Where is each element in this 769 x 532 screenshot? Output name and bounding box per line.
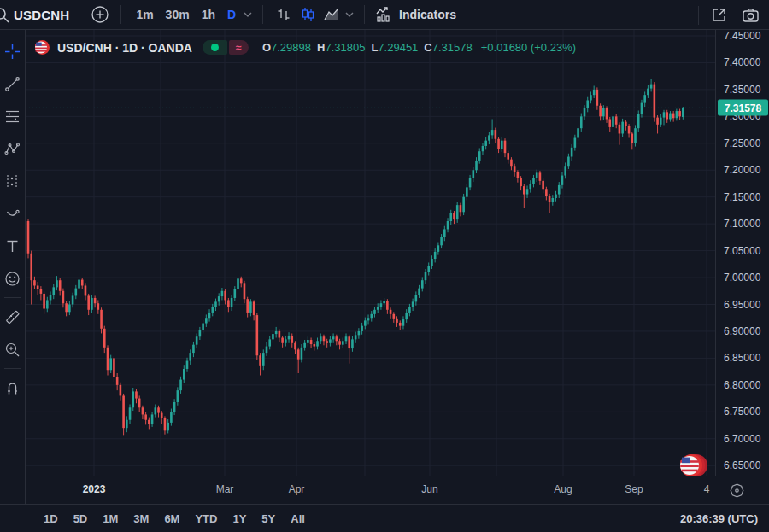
candle: [46, 297, 49, 313]
range-button-5Y[interactable]: 5Y: [255, 510, 281, 528]
text-tool-icon[interactable]: [0, 230, 26, 262]
candle: [364, 318, 367, 330]
market-open-status-icon[interactable]: [203, 40, 227, 55]
candle: [443, 226, 446, 242]
candle: [126, 416, 128, 432]
range-button-6M[interactable]: 6M: [158, 510, 185, 528]
time-tick-label-Apr: Apr: [289, 483, 305, 495]
xabcd-pattern-tool-icon[interactable]: [0, 132, 26, 165]
candle: [85, 283, 87, 300]
candle: [244, 281, 246, 303]
candle: [314, 342, 316, 351]
candle: [656, 115, 659, 133]
axis-settings-icon[interactable]: [729, 482, 745, 499]
price-tick-label: 6.90000: [724, 325, 760, 337]
emoji-tool-icon[interactable]: [0, 262, 26, 295]
candle: [590, 91, 592, 103]
bars-style-icon[interactable]: [272, 3, 296, 26]
clock-utc[interactable]: 20:36:39 (UTC): [680, 512, 758, 525]
candle: [631, 132, 634, 149]
tradingview-app: USDCNH 1m30m1hD: [0, 0, 769, 532]
candle: [179, 377, 182, 394]
candle: [676, 109, 678, 121]
candle: [268, 336, 271, 349]
candle: [345, 333, 348, 344]
candle: [453, 211, 455, 224]
candle: [484, 137, 487, 149]
interval-button-1h[interactable]: 1h: [196, 4, 221, 25]
fib-retracement-tool-icon[interactable]: [0, 100, 26, 132]
candle: [272, 330, 274, 343]
price-tick-label: 7.35000: [724, 84, 760, 96]
candle: [186, 358, 189, 372]
indicators-icon[interactable]: [373, 3, 394, 26]
candle: [81, 278, 84, 289]
range-button-YTD[interactable]: YTD: [189, 510, 223, 528]
candle: [425, 269, 427, 284]
range-button-5D[interactable]: 5D: [68, 510, 94, 528]
interval-button-D[interactable]: D: [221, 4, 242, 25]
candles-style-icon[interactable]: [296, 3, 320, 26]
zoom-in-tool-icon[interactable]: [0, 333, 26, 365]
interval-button-1m[interactable]: 1m: [130, 4, 159, 25]
delayed-data-badge[interactable]: ≈: [229, 40, 249, 55]
sidebar-separator: [4, 297, 21, 298]
magnet-tool-icon[interactable]: [0, 371, 26, 404]
price-tick-label: 7.20000: [724, 164, 760, 176]
candle: [288, 332, 291, 343]
interval-chevron-down-icon[interactable]: [244, 12, 252, 17]
instrument-flag-icon: [34, 39, 50, 56]
measure-ruler-tool-icon[interactable]: [0, 301, 26, 333]
style-chevron-down-icon[interactable]: [345, 12, 354, 17]
toolbar-separator: [120, 5, 121, 24]
candle: [405, 309, 408, 323]
time-tick-label-4: 4: [704, 483, 710, 495]
candle: [373, 307, 376, 318]
trend-line-tool-icon[interactable]: [0, 67, 26, 100]
range-button-1D[interactable]: 1D: [38, 510, 64, 528]
symbol-search-icon[interactable]: [0, 4, 10, 25]
price-axis[interactable]: 7.450007.400007.350007.300007.250007.200…: [715, 30, 769, 476]
range-button-All[interactable]: All: [285, 510, 311, 528]
candle: [291, 333, 293, 347]
candle: [75, 285, 78, 299]
candle: [50, 291, 52, 304]
candle: [240, 277, 243, 288]
candle: [316, 337, 319, 349]
arc-tool-icon[interactable]: [0, 197, 26, 230]
range-button-3M[interactable]: 3M: [127, 510, 155, 528]
area-style-icon[interactable]: [320, 3, 343, 26]
candle: [97, 300, 100, 313]
legend-symbol-title[interactable]: USD/CNH · 1D · OANDA: [57, 41, 192, 55]
time-axis[interactable]: 2023MarAprJunAugSep4: [26, 476, 769, 504]
indicators-button[interactable]: Indicators: [399, 8, 456, 21]
interval-button-30m[interactable]: 30m: [160, 4, 196, 25]
forecast-tool-icon[interactable]: [0, 165, 26, 197]
candlestick-chart[interactable]: [26, 30, 715, 476]
candle: [449, 210, 452, 225]
candle: [221, 288, 224, 300]
candle: [574, 135, 577, 151]
candle: [475, 157, 478, 173]
candle: [199, 327, 202, 340]
candle: [151, 412, 154, 427]
candle: [637, 110, 640, 132]
chart-pane[interactable]: USD/CNH · 1D · OANDA ≈ O7.29898H7.31805L…: [26, 30, 715, 476]
candle: [249, 299, 252, 316]
share-external-link-icon[interactable]: [707, 3, 731, 27]
crosshair-tool-icon[interactable]: [0, 35, 26, 67]
candle: [507, 151, 509, 164]
compare-add-icon[interactable]: [88, 3, 112, 26]
candle: [109, 355, 112, 373]
candle: [281, 336, 284, 348]
candle: [173, 399, 176, 415]
candle: [488, 132, 490, 144]
drawing-toolbar: [0, 30, 26, 504]
candle: [237, 274, 239, 292]
range-button-1Y[interactable]: 1Y: [226, 510, 252, 528]
screenshot-camera-icon[interactable]: [738, 3, 762, 27]
symbol-name[interactable]: USDCNH: [14, 8, 69, 22]
candle: [91, 295, 93, 313]
range-button-1M[interactable]: 1M: [97, 510, 124, 528]
candle: [27, 219, 30, 258]
